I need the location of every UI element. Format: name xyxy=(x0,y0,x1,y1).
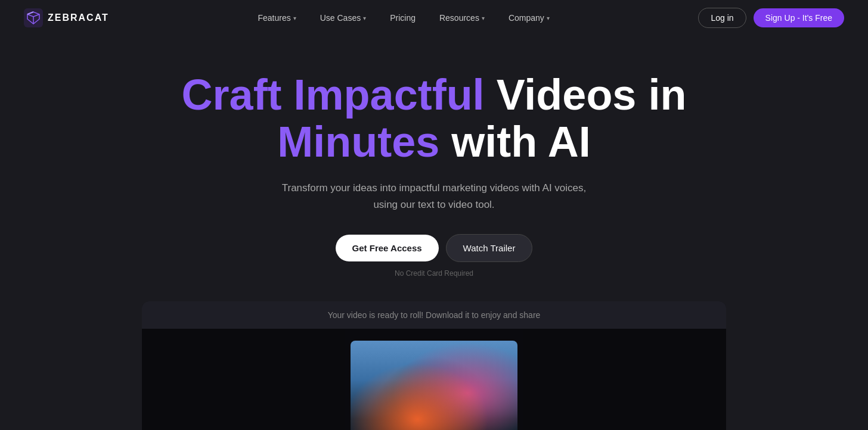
video-preview: Your video is ready to roll! Download it… xyxy=(142,301,726,430)
logo-icon xyxy=(24,8,43,27)
logo-link[interactable]: ZEBRACAT xyxy=(24,8,109,27)
hero-buttons: Get Free Access Watch Trailer xyxy=(336,234,533,262)
navbar-actions: Log in Sign Up - It's Free xyxy=(698,8,844,28)
video-header: Your video is ready to roll! Download it… xyxy=(142,301,726,329)
get-access-button[interactable]: Get Free Access xyxy=(336,235,439,261)
video-right-overlay xyxy=(523,329,726,430)
hero-subtitle: Transform your ideas into impactful mark… xyxy=(279,180,589,212)
hero-note: No Credit Card Required xyxy=(395,269,473,278)
hero-title-white-ai: with AI xyxy=(451,118,590,166)
chevron-down-icon: ▾ xyxy=(293,15,296,21)
nav-features[interactable]: Features ▾ xyxy=(248,8,305,27)
chevron-down-icon: ▾ xyxy=(363,15,366,21)
nav-pricing[interactable]: Pricing xyxy=(380,8,425,27)
hero-title-purple-2: Minutes xyxy=(277,118,439,166)
chevron-down-icon: ▾ xyxy=(547,15,550,21)
video-header-text: Your video is ready to roll! Download it… xyxy=(328,310,541,320)
hero-title-purple-1: Craft Impactful xyxy=(182,71,485,119)
navbar-nav: Features ▾ Use Cases ▾ Pricing Resources… xyxy=(248,8,559,27)
signup-button[interactable]: Sign Up - It's Free xyxy=(754,8,844,27)
hero-title-white-videos: Videos in xyxy=(497,71,687,119)
video-content xyxy=(142,329,726,430)
chevron-down-icon: ▾ xyxy=(482,15,485,21)
video-thumbnail xyxy=(351,341,517,430)
navbar: ZEBRACAT Features ▾ Use Cases ▾ Pricing … xyxy=(0,0,868,36)
nav-resources[interactable]: Resources ▾ xyxy=(430,8,494,27)
hero-section: Craft Impactful Videos in Minutes with A… xyxy=(0,36,868,430)
video-left-overlay xyxy=(142,329,345,430)
nav-company[interactable]: Company ▾ xyxy=(499,8,559,27)
nav-use-cases[interactable]: Use Cases ▾ xyxy=(311,8,376,27)
login-button[interactable]: Log in xyxy=(698,8,746,28)
hero-title: Craft Impactful Videos in Minutes with A… xyxy=(182,71,687,166)
watch-trailer-button[interactable]: Watch Trailer xyxy=(446,234,533,262)
brand-name: ZEBRACAT xyxy=(48,13,109,23)
